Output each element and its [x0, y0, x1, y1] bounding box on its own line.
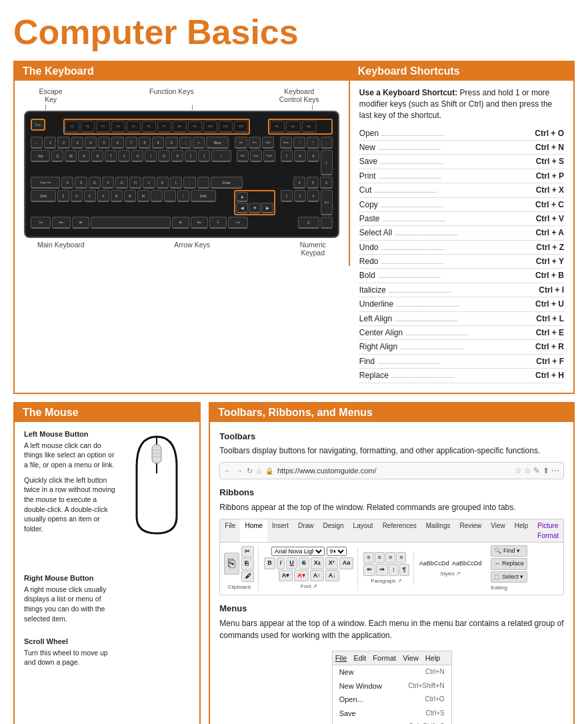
- shortcut-row: Center Align ...........................…: [359, 326, 564, 340]
- shortcut-row: Paste ..................................…: [359, 212, 564, 226]
- shortcut-keys: Ctrl + V: [536, 212, 564, 225]
- bold-ribbon-btn[interactable]: B: [264, 557, 275, 569]
- kb-row-3: Caps Lck A S D F G H J K L ; ' Enter: [31, 177, 333, 189]
- indent-left-btn[interactable]: ⇐: [363, 564, 375, 576]
- ribbon-group-paragraph: ≡ ≡ ≡ ≡ ⇐ ⇒ ↕ ¶ Pa: [363, 552, 414, 585]
- main-keyboard-label: Main Keyboard: [37, 241, 85, 257]
- tab-layout[interactable]: Layout: [349, 519, 378, 542]
- keyboard-right-panel: Keyboard Shortcuts Use a Keyboard Shortc…: [350, 62, 573, 392]
- shortcut-keys: Ctrl + L: [536, 312, 564, 325]
- menu-edit[interactable]: Edit: [353, 653, 366, 664]
- shortcut-name: Copy ...................................…: [359, 198, 535, 211]
- italic-ribbon-btn[interactable]: I: [277, 557, 285, 569]
- kb-row-5: Ctrl Win Alt Alt Win ☰ Ctrl 0 .: [31, 217, 333, 229]
- cut-btn[interactable]: ✂: [241, 546, 254, 558]
- right-button-title: Right Mouse Button: [24, 574, 115, 582]
- ribbons-desc: Ribbons appear at the top of the window.…: [219, 501, 564, 513]
- shortcut-keys: Ctrl + S: [536, 155, 564, 168]
- font-size-selector[interactable]: 9▾: [327, 547, 347, 556]
- keyboard-top-labels: EscapeKey Function Keys KeyboardControl …: [24, 87, 339, 103]
- replace-btn[interactable]: ↔ Replace: [491, 558, 527, 570]
- copy-btn[interactable]: ⎘: [241, 558, 254, 570]
- numpad-label: NumericKeypad: [300, 241, 326, 257]
- shortcut-row: Cut ....................................…: [359, 183, 564, 197]
- find-btn[interactable]: 🔍 Find ▾: [491, 545, 527, 557]
- shortcut-keys: Ctrl + N: [535, 141, 564, 154]
- menu-mockup: File Edit Format View Help NewCtrl+N New…: [332, 651, 452, 724]
- svg-rect-1: [152, 445, 161, 463]
- keyboard-body: Esc F1 F2 F3 F4 F5 F6 F7 F8 F9 F10: [24, 111, 339, 238]
- font-size-up-btn[interactable]: A↑: [310, 570, 324, 582]
- shortcut-name: New ....................................…: [359, 141, 535, 154]
- tab-mailings[interactable]: Mailings: [421, 519, 455, 542]
- font-selector[interactable]: Arial Nova Light: [271, 547, 325, 556]
- case-btn[interactable]: Aа: [339, 557, 354, 569]
- toolbars-desc: Toolbars display buttons for navigating,…: [219, 445, 564, 457]
- shortcut-keys: Ctrl + F: [536, 355, 564, 368]
- tab-references[interactable]: References: [378, 519, 421, 542]
- font-size-down-btn[interactable]: A↓: [325, 570, 339, 582]
- left-button-desc1: A left mouse click can do things like se…: [24, 441, 115, 470]
- shortcut-keys: Ctrl + R: [535, 340, 564, 353]
- menu-format[interactable]: Format: [373, 653, 396, 664]
- indent-right-btn[interactable]: ⇒: [376, 564, 388, 576]
- shading-btn[interactable]: ¶: [399, 564, 409, 576]
- underline-ribbon-btn[interactable]: U: [286, 557, 297, 569]
- tab-design[interactable]: Design: [318, 519, 348, 542]
- browser-bar: ← → ↻ ⌂ 🔒 https://www.customguide.com/ ☆…: [219, 462, 564, 479]
- keyboard-header: The Keyboard: [15, 62, 350, 81]
- tab-home[interactable]: Home: [240, 519, 267, 542]
- superscript-btn[interactable]: X²: [325, 557, 338, 569]
- right-button-info: Right Mouse Button A right mouse click u…: [24, 574, 115, 624]
- menu-item-new-window[interactable]: New WindowCtrl+Shift+N: [333, 679, 451, 693]
- tab-picture-format[interactable]: Picture Format: [533, 519, 563, 542]
- menu-help[interactable]: Help: [425, 653, 441, 664]
- justify-btn[interactable]: ≡: [396, 552, 406, 564]
- shortcuts-area: Use a Keyboard Shortcut: Press and hold …: [350, 81, 573, 392]
- shortcuts-intro-bold: Use a Keyboard Shortcut:: [359, 88, 457, 97]
- left-button-desc2: Quickly click the left button twice in a…: [24, 475, 115, 534]
- subscript-btn[interactable]: X₂: [311, 557, 324, 569]
- tab-help[interactable]: Help: [510, 519, 533, 542]
- format-painter-btn[interactable]: 🖌: [241, 571, 254, 583]
- shortcut-row: Open ...................................…: [359, 127, 564, 141]
- menu-item-new[interactable]: NewCtrl+N: [333, 665, 451, 679]
- lock-icon: 🔒: [265, 466, 273, 476]
- menu-mockup-container: File Edit Format View Help NewCtrl+N New…: [219, 647, 564, 724]
- control-label: KeyboardControl Keys: [273, 87, 326, 103]
- browser-icons: ☆ ☆ ✎ ⬆ ⋯: [515, 465, 559, 477]
- browser-url: https://www.customguide.com/: [277, 465, 511, 477]
- menus-desc: Menu bars appear at the top of a window.…: [219, 617, 564, 641]
- mouse-text-col: Left Mouse Button A left mouse click can…: [24, 430, 115, 673]
- menu-file[interactable]: File: [335, 653, 347, 664]
- shortcuts-container: Open ...................................…: [359, 127, 564, 383]
- highlight-btn[interactable]: A▾: [279, 570, 293, 582]
- shortcut-keys: Ctrl + E: [536, 326, 564, 339]
- line-spacing-btn[interactable]: ↕: [389, 564, 399, 576]
- align-center-btn[interactable]: ≡: [375, 552, 385, 564]
- kb-row-2: Tab Q W E R T Y U I O P [ ] \ Del End: [31, 150, 333, 175]
- back-icon: ←: [224, 465, 231, 477]
- toolbars-section: Toolbars, Ribbons, and Menus Toolbars To…: [209, 402, 575, 724]
- left-button-title: Left Mouse Button: [24, 430, 115, 438]
- tab-file[interactable]: File: [220, 519, 240, 542]
- tab-draw[interactable]: Draw: [293, 519, 318, 542]
- kb-row-4: Shift Z X C V B N M , . / Shift ▲: [31, 190, 333, 215]
- font-color-btn[interactable]: A▾: [294, 570, 309, 582]
- ribbon-group-editing: 🔍 Find ▾ ↔ Replace ⬚ Select ▾ Editing: [491, 545, 527, 593]
- tab-insert[interactable]: Insert: [267, 519, 293, 542]
- align-left-btn[interactable]: ≡: [363, 552, 373, 564]
- select-btn[interactable]: ⬚ Select ▾: [491, 571, 527, 583]
- menu-item-open[interactable]: Open...Ctrl+O: [333, 693, 451, 707]
- align-right-btn[interactable]: ≡: [385, 552, 395, 564]
- shortcut-name: Undo ...................................…: [359, 241, 537, 254]
- menu-view[interactable]: View: [403, 653, 419, 664]
- tab-view[interactable]: View: [486, 519, 510, 542]
- shortcut-keys: Ctrl + I: [539, 283, 564, 297]
- menu-item-save[interactable]: SaveCtrl+S: [333, 707, 451, 721]
- paste-big-btn[interactable]: ⎘: [224, 553, 239, 575]
- menu-item-save-as[interactable]: Save As...Ctrl+Shift+S: [333, 720, 451, 724]
- tab-review[interactable]: Review: [455, 519, 486, 542]
- strikethrough-btn[interactable]: S: [299, 557, 309, 569]
- shortcut-keys: Ctrl + P: [536, 169, 564, 183]
